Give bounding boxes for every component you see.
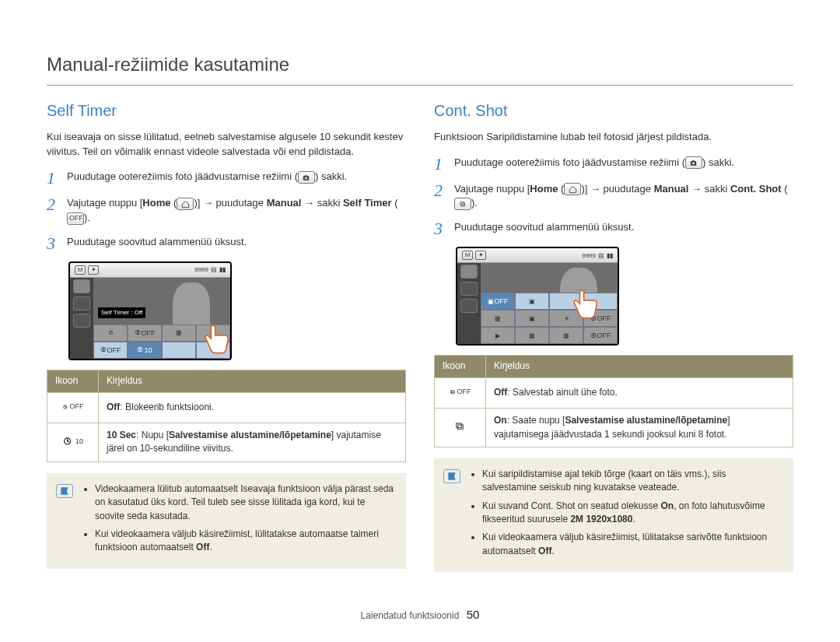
col-desc: Kirjeldus [486,356,793,377]
overlay-label: Self Timer : Off [98,307,145,318]
cont-shot-intro: Funktsioon Saripildistamine lubab teil f… [434,130,793,145]
table-row: 10 10 Sec: Nupu [Salvestamise alustamine… [47,423,406,461]
note-icon [443,469,460,483]
note-icon [56,484,73,498]
self-timer-note: Videokaamera lülitub automaatselt Iseava… [47,473,406,569]
cont-shot-note: Kui saripildistamise ajal tekib tõrge (k… [434,458,793,572]
cont-shot-icon-table: IkoonKirjeldus OFF Off: Salvestab ainult… [434,355,793,447]
touch-hand-icon [191,318,232,360]
mode-icon: M [75,265,86,275]
note-item: Kui saripildistamise ajal tekib tõrge (k… [482,468,781,495]
step-number: 3 [434,220,446,237]
svg-point-0 [306,177,308,179]
battery-icon: ▮▮ [607,251,613,261]
burst-icon [454,198,471,210]
self-timer-step-2: 2 Vajutage nuppu [Home ()] → puudutage M… [47,196,406,226]
note-item: Kui suvand Cont. Shot on seatud olekusse… [482,500,781,527]
side-play-icon [460,282,478,296]
cont-shot-step-2: 2 Vajutage nuppu [Home ()] → puudutage M… [434,182,793,212]
footer-section: Laiendatud funktsioonid [361,610,460,621]
page-title: Manual-režiimide kasutamine [47,51,793,86]
touch-hand-icon [560,283,604,327]
self-timer-intro: Kui iseavaja on sisse lülitatud, eelneb … [47,130,406,160]
col-icon: Ikoon [435,356,486,377]
note-item: Kui videokaamera väljub käsirežiimist, l… [482,531,781,558]
cont-shot-heading: Cont. Shot [434,100,793,122]
svg-rect-9 [456,423,461,427]
section-cont-shot: Cont. Shot Funktsioon Saripildistamine l… [434,100,793,572]
shot-counter: 9999 [582,251,596,261]
svg-rect-7 [450,390,453,392]
timer-off-icon: OFF [67,212,84,225]
step-text: Puudutage soovitud alammenüü üksust. [67,235,406,250]
col-desc: Kirjeldus [99,370,406,392]
step-number: 2 [434,182,446,199]
compass-icon: ✦ [88,265,99,275]
cont-shot-step-3: 3 Puudutage soovitud alammenüü üksust. [434,220,793,237]
step-text: Puudutage ooterežiimis foto jäädvustamis… [454,156,793,170]
self-timer-step-3: 3 Puudutage soovitud alammenüü üksust. [47,235,406,252]
camera-icon [685,156,702,169]
svg-rect-5 [460,202,464,205]
svg-rect-6 [461,203,465,206]
step-number: 2 [47,196,59,213]
section-self-timer: Self Timer Kui iseavaja on sisse lülitat… [47,100,406,572]
step-number: 1 [434,156,446,173]
compass-icon: ✦ [475,251,486,260]
side-camera-icon [73,279,90,293]
side-camera-icon [460,265,478,279]
sd-icon: ▤ [211,265,217,275]
screen-top-left-icons: M✦ [462,251,486,260]
burst-on-icon [450,418,471,435]
step-text: Vajutage nuppu [Home ()] → puudutage Man… [67,196,406,226]
sd-icon: ▤ [598,251,604,261]
table-row: On: Saate nupu [Salvestamise alustamine/… [435,409,793,447]
step-text: Vajutage nuppu [Home ()] → puudutage Man… [454,182,793,212]
svg-point-4 [693,162,695,164]
shot-counter: 9999 [194,265,208,275]
self-timer-step-1: 1 Puudutage ooterežiimis foto jäädvustam… [47,170,406,187]
note-item: Videokaamera lülitub automaatselt Iseava… [95,482,394,523]
home-icon [564,183,581,195]
page-number: 50 [467,608,480,621]
page-footer: Laiendatud funktsioonid 50 [0,606,840,623]
svg-rect-10 [457,425,463,429]
col-icon: Ikoon [47,370,99,392]
step-number: 3 [47,235,59,252]
self-timer-screenshot: M✦ 9999 ▤ ▮▮ Self Timer : Off ⊘⦿OFF▦▣ ⦿O… [68,261,232,360]
side-play-icon [73,296,90,310]
step-number: 1 [47,170,59,187]
option-row-bottom: ▶▦▦⦿OFF [481,327,618,344]
step-text: Puudutage soovitud alammenüü üksust. [454,220,793,235]
mode-icon: M [462,251,473,260]
cont-shot-screenshot: M✦ 9999 ▤ ▮▮ Cont. Shot : Off ▣OFF▣ ▦▣☀⦿… [456,247,619,346]
screen-top-left-icons: M✦ [75,265,99,275]
self-timer-heading: Self Timer [47,100,406,122]
home-icon [177,198,194,210]
timer-off-icon: OFF [62,398,84,416]
self-timer-icon-table: IkoonKirjeldus OFF Off: Blokeerib funkts… [47,370,406,462]
side-zoom-icon [73,314,90,328]
camera-icon [298,171,315,184]
note-item: Kui videokaamera väljub käsirežiimist, l… [95,528,394,555]
table-row: OFF Off: Salvestab ainult ühe foto. [435,377,793,408]
svg-rect-8 [451,391,454,394]
step-text: Puudutage ooterežiimis foto jäädvustamis… [67,170,406,184]
battery-icon: ▮▮ [219,265,226,275]
cont-shot-step-1: 1 Puudutage ooterežiimis foto jäädvustam… [434,156,793,173]
burst-off-icon: OFF [450,384,471,401]
table-row: OFF Off: Blokeerib funktsiooni. [47,392,406,423]
side-zoom-icon [460,299,478,313]
timer-10-icon: 10 [62,433,84,450]
